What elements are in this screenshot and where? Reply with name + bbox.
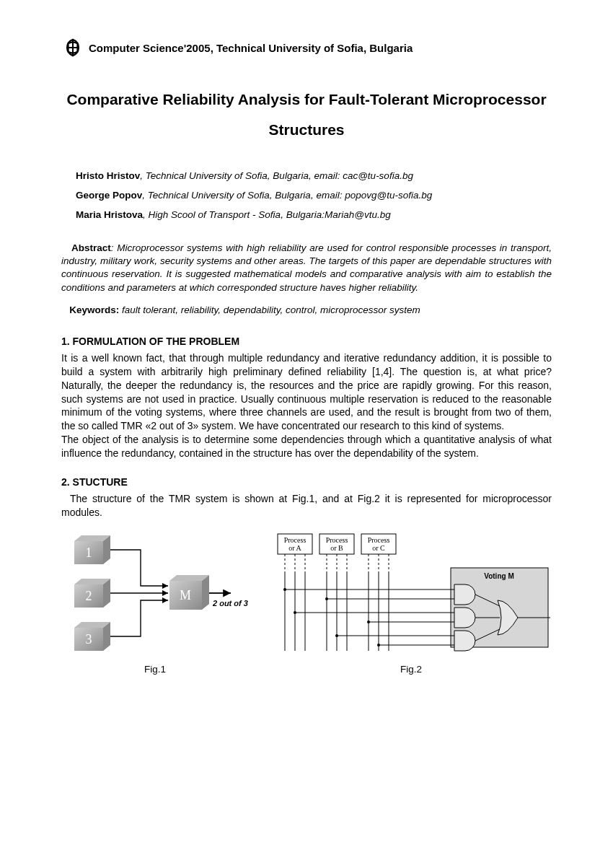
keywords: Keywords: fault tolerant, reliability, d… [61,304,552,315]
figure-2-diagram: Process or A Process or B Process or C [270,528,552,658]
svg-point-49 [377,644,380,646]
proc-b-label-2: or B [330,544,343,552]
paper-title: Comparative Reliability Analysis for Fau… [61,84,552,145]
block-M-label: M [180,588,191,602]
svg-point-47 [367,621,370,623]
authors-block: Hristo Hristov, Technical University of … [61,170,552,220]
abstract-label: Abstract [71,242,111,253]
figure-2-label: Fig.2 [400,664,422,675]
section-1-body: It is a well known fact, that through mu… [61,351,552,460]
figure-1: 1 2 3 M [61,528,249,675]
author-line: George Popov, Technical University of So… [61,190,552,201]
svg-point-48 [335,634,338,637]
proc-c-label-1: Process [368,536,390,544]
figure-1-diagram: 1 2 3 M [61,528,249,658]
author-detail: , High Scool of Transport - Sofia, Bulga… [143,209,391,220]
figures-row: 1 2 3 M [61,528,552,675]
proc-b-label-1: Process [326,536,348,544]
svg-point-44 [283,588,286,591]
author-line: Maria Hristova, High Scool of Transport … [61,209,552,220]
svg-marker-10 [202,575,209,610]
author-name: Maria Hristova [76,209,143,220]
figure-1-label: Fig.1 [144,664,166,675]
section-heading-1: 1. FORMULATION OF THE PROBLEM [61,336,552,347]
svg-point-46 [294,611,296,614]
author-name: George Popov [76,190,142,201]
conference-title: Computer Science'2005, Technical Univers… [89,42,413,54]
proc-a-label-1: Process [284,536,306,544]
figure-2: Process or A Process or B Process or C [270,528,552,675]
conference-header: Computer Science'2005, Technical Univers… [61,36,552,59]
block-3-label: 3 [86,632,92,646]
paragraph: It is a well known fact, that through mu… [61,352,552,431]
keywords-label: Keywords: [69,304,119,315]
section-2-body: The structure of the TMR system is shown… [61,492,552,520]
svg-point-45 [325,597,328,600]
abstract-text: : Microprocessor systems with high relia… [61,242,552,293]
voting-label: Voting M [484,572,513,580]
block-2-label: 2 [86,589,92,603]
abstract: Abstract: Microprocessor systems with hi… [61,242,552,294]
block-1-label: 1 [86,545,92,560]
author-detail: , Technical University of Sofia, Bulgari… [140,170,413,181]
keywords-text: fault tolerant, reliability, dependabili… [119,304,420,315]
section-heading-2: 2. STUCTURE [61,476,552,488]
figure-1-caption: 2 out of 3 [212,599,248,608]
proc-a-label-2: or A [288,544,301,552]
author-name: Hristo Hristov [76,170,140,181]
paragraph: The object of the analysis is to determi… [61,434,552,459]
logo-icon [61,36,84,59]
proc-c-label-2: or C [372,544,385,552]
author-detail: , Technical University of Sofia, Bulgari… [142,190,432,201]
author-line: Hristo Hristov, Technical University of … [61,170,552,181]
